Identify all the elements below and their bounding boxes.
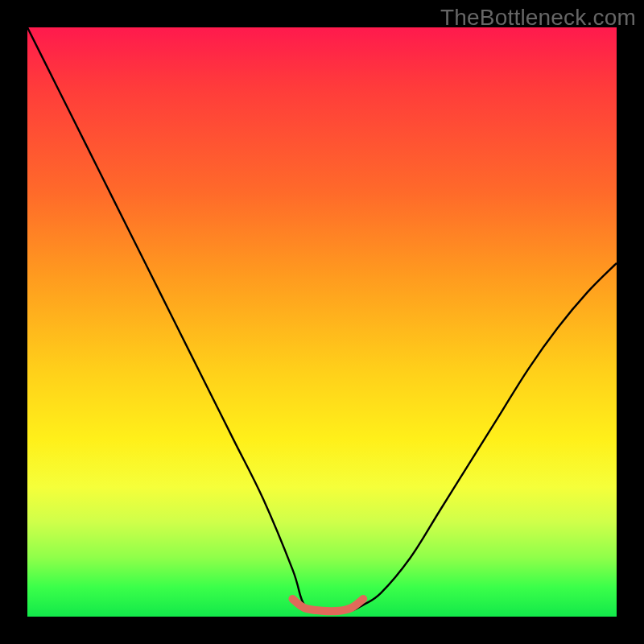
- bottleneck-curve: [27, 27, 617, 611]
- plot-area: [27, 27, 617, 617]
- chart-frame: TheBottleneck.com: [0, 0, 644, 644]
- curve-svg: [27, 27, 617, 617]
